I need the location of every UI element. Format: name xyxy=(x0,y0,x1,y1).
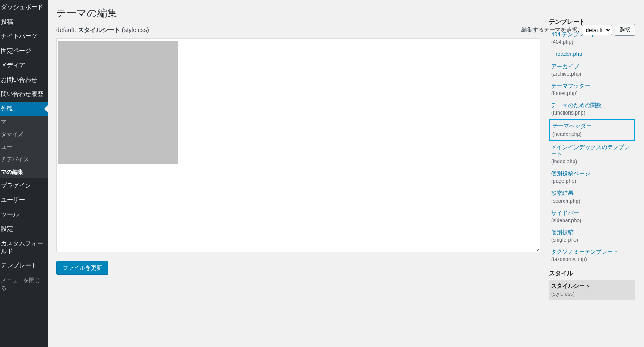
template-link[interactable]: テーマヘッダー xyxy=(552,123,592,129)
menu-users[interactable]: ユーザー xyxy=(0,193,48,207)
menu-appearance[interactable]: 外観 xyxy=(0,102,48,116)
template-filename: (search.php) xyxy=(551,198,633,204)
template-filename: (sidebar.php) xyxy=(551,217,633,224)
editor-area: テーマの編集 default: スタイルシート (style.css) ファイル… xyxy=(56,4,540,338)
menu-nightparts[interactable]: ナイトパーツ xyxy=(0,29,48,44)
template-item[interactable]: アーカイブ (archive.php) xyxy=(549,60,635,80)
style-item-current[interactable]: スタイルシート (style.css) xyxy=(549,280,635,299)
appearance-submenu: マ タマイズ ュー チデバイス マの編集 xyxy=(0,116,48,178)
template-item[interactable]: 個別投稿ページ (page.php) xyxy=(549,168,635,187)
menu-contact-history[interactable]: 問い合わせ履歴 xyxy=(0,87,48,102)
template-item[interactable]: 個別投稿 (single.php) xyxy=(549,226,635,246)
main-content: テーマの編集 default: スタイルシート (style.css) ファイル… xyxy=(48,0,644,347)
file-suffix: (style.css) xyxy=(120,26,149,33)
template-link[interactable]: 個別投稿 xyxy=(551,229,574,236)
template-filename: (taxonomy.php) xyxy=(551,256,633,263)
file-description: default: スタイルシート (style.css) xyxy=(56,26,540,34)
style-link[interactable]: スタイルシート xyxy=(551,283,590,289)
template-filename: (header.php) xyxy=(552,131,632,137)
styles-list: スタイルシート (style.css) xyxy=(549,280,635,299)
menu-settings[interactable]: 設定 xyxy=(0,222,48,236)
admin-sidebar: ダッシュボード 投稿 ナイトパーツ 固定ページ メディア お問い合わせ 問い合わ… xyxy=(0,0,48,347)
menu-plugins[interactable]: プラグイン xyxy=(0,178,48,193)
menu-dashboard[interactable]: ダッシュボード xyxy=(0,0,48,15)
editor-selection-block xyxy=(58,41,178,164)
menu-templates[interactable]: テンプレート xyxy=(0,258,48,273)
submenu-menus[interactable]: ュー xyxy=(0,141,48,153)
file-list-panel: テンプレート 404 テンプレート (404.php) _header.php … xyxy=(549,4,635,338)
template-link[interactable]: サイドバー xyxy=(551,210,579,216)
menu-media[interactable]: メディア xyxy=(0,58,48,73)
template-link[interactable]: メインインデックスのテンプレート xyxy=(551,144,630,157)
template-item[interactable]: テーマフッター (footer.php) xyxy=(549,80,635,99)
template-link[interactable]: _header.php xyxy=(551,51,582,57)
menu-contact[interactable]: お問い合わせ xyxy=(0,73,48,87)
template-link[interactable]: 個別投稿ページ xyxy=(551,170,590,177)
template-link[interactable]: アーカイブ xyxy=(551,63,579,70)
template-link[interactable]: テーマのための関数 xyxy=(551,102,602,108)
menu-posts[interactable]: 投稿 xyxy=(0,15,48,29)
styles-heading: スタイル xyxy=(549,270,635,277)
template-item[interactable]: メインインデックスのテンプレート (index.php) xyxy=(549,141,635,168)
file-prefix: default: xyxy=(56,26,78,33)
template-filename: (single.php) xyxy=(551,237,633,243)
template-filename: (archive.php) xyxy=(551,71,633,77)
submenu-customize[interactable]: タマイズ xyxy=(0,128,48,141)
template-link[interactable]: タクソノミーテンプレート xyxy=(551,248,618,255)
template-link[interactable]: 検索結果 xyxy=(551,190,574,196)
template-item[interactable]: タクソノミーテンプレート (taxonomy.php) xyxy=(549,246,635,265)
update-file-button[interactable]: ファイルを更新 xyxy=(56,261,108,275)
menu-pages[interactable]: 固定ページ xyxy=(0,44,48,58)
template-item[interactable]: 検索結果 (search.php) xyxy=(549,187,635,207)
template-filename: (page.php) xyxy=(551,178,633,185)
template-filename: (404.php) xyxy=(551,39,633,45)
template-item[interactable]: _header.php xyxy=(549,48,635,60)
collapse-menu[interactable]: メニューを閉じる xyxy=(0,273,48,296)
template-filename: (index.php) xyxy=(551,159,633,165)
menu-custom-fields[interactable]: カスタムフィールド xyxy=(0,236,48,258)
submenu-themes[interactable]: マ xyxy=(0,116,48,128)
templates-list: 404 テンプレート (404.php) _header.php アーカイブ (… xyxy=(549,29,635,265)
page-title: テーマの編集 xyxy=(56,6,540,20)
theme-selector-label: 編集するテーマを選択: xyxy=(521,26,579,34)
template-filename: (footer.php) xyxy=(551,90,633,97)
submenu-device[interactable]: チデバイス xyxy=(0,153,48,166)
template-filename: (functions.php) xyxy=(551,110,633,116)
template-item[interactable]: サイドバー (sidebar.php) xyxy=(549,207,635,226)
code-editor[interactable] xyxy=(56,38,540,252)
file-bold: スタイルシート xyxy=(78,26,120,33)
template-link[interactable]: テーマフッター xyxy=(551,83,590,89)
template-item-highlighted[interactable]: テーマヘッダー (header.php) xyxy=(549,119,635,141)
theme-selector: 編集するテーマを選択: default 選択 xyxy=(521,24,635,36)
submenu-theme-editor[interactable]: マの編集 xyxy=(0,166,48,178)
template-item[interactable]: テーマのための関数 (functions.php) xyxy=(549,99,635,119)
style-filename: (style.css) xyxy=(551,291,633,297)
theme-select[interactable]: default xyxy=(582,25,612,35)
menu-tools[interactable]: ツール xyxy=(0,207,48,222)
theme-select-button[interactable]: 選択 xyxy=(615,24,635,36)
